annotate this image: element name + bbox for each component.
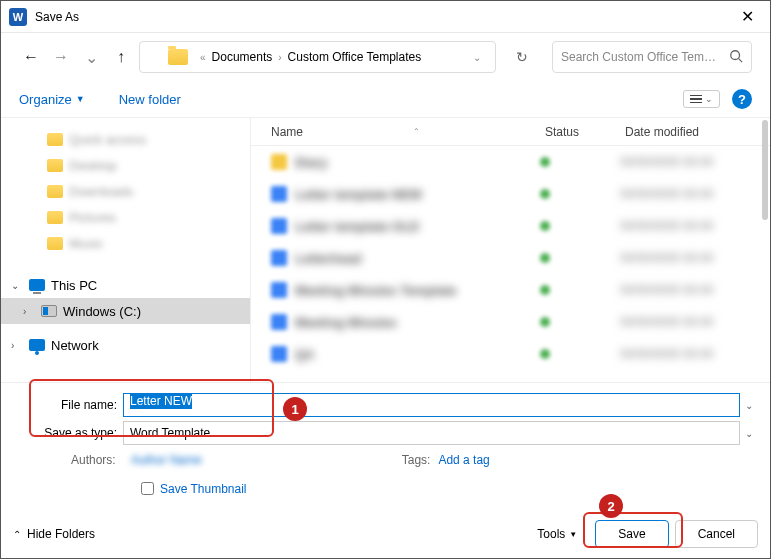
add-tag[interactable]: Add a tag	[438, 453, 489, 467]
tree-network[interactable]: ›Network	[1, 332, 250, 358]
pc-icon	[29, 279, 45, 291]
file-date: 00/00/0000 00:00	[620, 155, 750, 169]
nav-tree[interactable]: Quick access Desktop Downloads Pictures …	[1, 118, 251, 382]
file-icon	[271, 282, 287, 298]
file-name: Letter template NEW	[295, 187, 540, 202]
file-date: 00/00/0000 00:00	[620, 315, 750, 329]
filename-label: File name:	[13, 398, 123, 412]
breadcrumb-sep: ›	[278, 52, 281, 63]
save-button[interactable]: Save	[595, 520, 668, 548]
annotation-callout-1: 1	[283, 397, 307, 421]
address-dropdown[interactable]: ⌄	[467, 52, 487, 63]
folder-icon	[168, 49, 188, 65]
file-row[interactable]: Letter template NEW00/00/0000 00:00	[251, 178, 770, 210]
file-name: Meeting Minutes Template	[295, 283, 540, 298]
file-date: 00/00/0000 00:00	[620, 347, 750, 361]
list-icon	[690, 95, 702, 104]
file-status	[540, 281, 620, 299]
organize-button[interactable]: Organize▼	[19, 92, 85, 107]
tree-folder-item[interactable]: Quick access	[1, 126, 250, 152]
savetype-dropdown[interactable]: ⌄	[740, 428, 758, 439]
new-folder-button[interactable]: New folder	[119, 92, 181, 107]
folder-icon	[47, 237, 63, 250]
file-icon	[271, 154, 287, 170]
search-placeholder: Search Custom Office Tem…	[561, 50, 716, 64]
meta-row: Authors: Author Name Tags: Add a tag	[13, 449, 758, 471]
file-row[interactable]: Meeting Minutes Template00/00/0000 00:00	[251, 274, 770, 306]
titlebar: W Save As ✕	[1, 1, 770, 33]
breadcrumb-custom-templates[interactable]: Custom Office Templates	[288, 50, 422, 64]
toolbar: Organize▼ New folder ⌄ ?	[1, 81, 770, 117]
hide-folders-button[interactable]: Hide Folders	[27, 527, 95, 541]
file-name: Letter template OLD	[295, 219, 540, 234]
file-icon	[271, 314, 287, 330]
thumbnail-row: Save Thumbnail	[13, 471, 758, 506]
dialog-title: Save As	[35, 10, 79, 24]
svg-point-0	[731, 50, 740, 59]
search-icon	[729, 49, 743, 66]
filename-dropdown[interactable]: ⌄	[740, 400, 758, 411]
tree-this-pc[interactable]: ⌄This PC	[1, 272, 250, 298]
authors-value[interactable]: Author Name	[131, 453, 202, 467]
save-thumbnail-checkbox[interactable]	[141, 482, 154, 495]
nav-bar: ← → ⌄ ↑ « Documents › Custom Office Temp…	[1, 33, 770, 81]
address-bar[interactable]: « Documents › Custom Office Templates ⌄	[139, 41, 496, 73]
filename-input[interactable]: Letter NEW	[123, 393, 740, 417]
sort-indicator: ⌃	[413, 127, 420, 136]
savetype-row: Save as type: Word Template ⌄	[13, 421, 758, 445]
search-input[interactable]: Search Custom Office Tem…	[552, 41, 752, 73]
cancel-button[interactable]: Cancel	[675, 520, 758, 548]
file-status	[540, 345, 620, 363]
view-button[interactable]: ⌄	[683, 90, 720, 108]
file-date: 00/00/0000 00:00	[620, 251, 750, 265]
tags-label: Tags:	[402, 453, 431, 467]
tree-folder-item[interactable]: Desktop	[1, 152, 250, 178]
refresh-button[interactable]: ↻	[506, 41, 538, 73]
back-button[interactable]: ←	[19, 45, 43, 69]
breadcrumb-prefix: «	[200, 52, 206, 63]
tree-folder-item[interactable]: Pictures	[1, 204, 250, 230]
drive-icon	[41, 305, 57, 317]
col-name[interactable]: Name⌃	[271, 125, 545, 139]
tree-folder-item[interactable]: Downloads	[1, 178, 250, 204]
file-status	[540, 217, 620, 235]
file-list-header: Name⌃ Status Date modified	[251, 118, 770, 146]
svg-line-1	[739, 58, 743, 62]
tree-folder-item[interactable]: Music	[1, 230, 250, 256]
file-status	[540, 185, 620, 203]
file-status	[540, 249, 620, 267]
breadcrumb-documents[interactable]: Documents	[212, 50, 273, 64]
savetype-combo[interactable]: Word Template	[123, 421, 740, 445]
main-area: Quick access Desktop Downloads Pictures …	[1, 117, 770, 383]
word-icon: W	[9, 8, 27, 26]
close-button[interactable]: ✕	[733, 3, 762, 30]
file-name: QA	[295, 347, 540, 362]
tree-windows-drive[interactable]: ›Windows (C:)	[1, 298, 250, 324]
file-list[interactable]: Name⌃ Status Date modified Diary00/00/00…	[251, 118, 770, 382]
file-row[interactable]: Letter template OLD00/00/0000 00:00	[251, 210, 770, 242]
save-thumbnail-label: Save Thumbnail	[160, 482, 247, 496]
bottom-panel: 1 File name: Letter NEW ⌄ Save as type: …	[1, 383, 770, 510]
file-icon	[271, 250, 287, 266]
tools-button[interactable]: Tools▼	[537, 527, 577, 541]
authors-label: Authors:	[71, 453, 131, 467]
file-row[interactable]: Letterhead00/00/0000 00:00	[251, 242, 770, 274]
scrollbar-thumb[interactable]	[762, 120, 768, 220]
file-icon	[271, 346, 287, 362]
forward-button[interactable]: →	[49, 45, 73, 69]
file-date: 00/00/0000 00:00	[620, 283, 750, 297]
save-as-dialog: W Save As ✕ ← → ⌄ ↑ « Documents › Custom…	[0, 0, 771, 559]
network-icon	[29, 339, 45, 351]
file-row[interactable]: QA00/00/0000 00:00	[251, 338, 770, 370]
col-status[interactable]: Status	[545, 125, 625, 139]
col-date[interactable]: Date modified	[625, 125, 770, 139]
folder-icon	[47, 185, 63, 198]
folder-icon	[47, 211, 63, 224]
help-button[interactable]: ?	[732, 89, 752, 109]
file-row[interactable]: Diary00/00/0000 00:00	[251, 146, 770, 178]
recent-locations-button[interactable]: ⌄	[79, 45, 103, 69]
file-date: 00/00/0000 00:00	[620, 219, 750, 233]
up-button[interactable]: ↑	[109, 45, 133, 69]
file-row[interactable]: Meeting Minutes00/00/0000 00:00	[251, 306, 770, 338]
file-date: 00/00/0000 00:00	[620, 187, 750, 201]
